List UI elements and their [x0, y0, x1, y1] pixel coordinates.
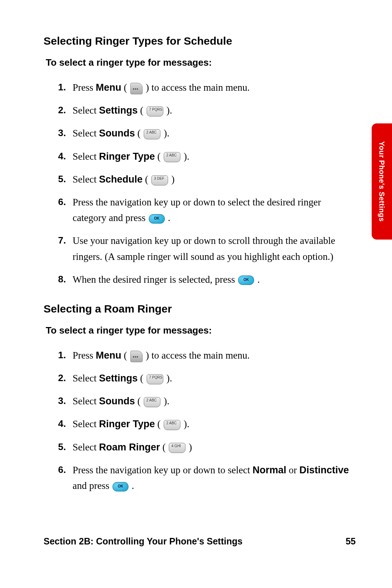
- ok-icon: [238, 275, 254, 285]
- text: .: [129, 480, 134, 491]
- text: Select: [73, 442, 99, 453]
- bold: Settings: [99, 105, 138, 116]
- key-4-icon: [169, 443, 185, 453]
- text: When the desired ringer is selected, pre…: [73, 274, 237, 285]
- text: Press: [73, 350, 96, 361]
- text: ).: [181, 418, 189, 429]
- bold: Menu: [96, 350, 122, 361]
- text: ) to access the main menu.: [143, 82, 250, 93]
- text: ).: [161, 128, 170, 139]
- text: (: [138, 105, 146, 116]
- text: (: [160, 442, 168, 453]
- text: (: [135, 396, 143, 407]
- text: Select: [73, 105, 99, 116]
- text: Press the navigation key up or down to s…: [73, 197, 321, 223]
- step-b1: Press Menu ( ) to access the main menu.: [58, 348, 356, 363]
- bold: Roam Ringer: [99, 442, 160, 453]
- footer: Section 2B: Controlling Your Phone's Set…: [44, 535, 356, 548]
- step-b3: Select Sounds ( ).: [58, 393, 356, 409]
- bold: Ringer Type: [99, 418, 155, 429]
- text: Select: [73, 151, 99, 162]
- text: .: [255, 274, 260, 285]
- text: or: [286, 465, 299, 475]
- text: Select: [73, 396, 99, 407]
- subhead-a: To select a ringer type for messages:: [46, 56, 356, 70]
- text: ) to access the main menu.: [143, 350, 250, 361]
- key-2-icon: [164, 152, 180, 162]
- text: .: [166, 212, 171, 223]
- text: ).: [164, 105, 172, 116]
- steps-b: Press Menu ( ) to access the main menu. …: [44, 348, 356, 494]
- text: ).: [161, 396, 170, 407]
- step-a1: Press Menu ( ) to access the main menu.: [58, 80, 356, 95]
- heading-roam: Selecting a Roam Ringer: [44, 301, 356, 317]
- text: Select: [73, 373, 99, 384]
- text: ): [169, 174, 175, 185]
- subhead-b: To select a ringer type for messages:: [46, 323, 356, 338]
- bold: Normal: [253, 465, 286, 475]
- step-b4: Select Ringer Type ( ).: [58, 416, 356, 432]
- step-b6: Press the navigation key up or down to s…: [58, 462, 356, 494]
- bold: Settings: [99, 373, 138, 384]
- footer-section: Section 2B: Controlling Your Phone's Set…: [44, 535, 242, 548]
- side-tab-label: Your Phone's Settings: [376, 141, 387, 222]
- step-a6: Press the navigation key up or down to s…: [58, 195, 356, 226]
- text: (: [135, 128, 143, 139]
- text: ).: [164, 373, 172, 384]
- text: Select: [73, 418, 99, 429]
- menu-icon: [130, 351, 143, 362]
- text: (: [121, 82, 130, 93]
- step-a4: Select Ringer Type ( ).: [58, 149, 356, 164]
- heading-schedule: Selecting Ringer Types for Schedule: [44, 33, 356, 49]
- side-tab: Your Phone's Settings: [372, 123, 392, 240]
- bold: Schedule: [99, 174, 143, 185]
- text: (: [138, 373, 146, 384]
- step-a8: When the desired ringer is selected, pre…: [58, 272, 356, 287]
- text: ): [186, 442, 192, 453]
- text: Press: [73, 82, 96, 93]
- bold: Sounds: [99, 128, 135, 139]
- text: (: [121, 350, 130, 361]
- page-number: 55: [346, 535, 356, 548]
- step-a7: Use your navigation key up or down to sc…: [58, 233, 356, 264]
- step-a3: Select Sounds ( ).: [58, 126, 356, 141]
- step-a2: Select Settings ( ).: [58, 103, 356, 118]
- key-7-icon: [147, 374, 163, 384]
- page-content: Selecting Ringer Types for Schedule To s…: [0, 0, 392, 494]
- text: Select: [73, 174, 99, 185]
- ok-icon: [113, 482, 128, 491]
- key-3-icon: [151, 175, 168, 185]
- text: ).: [181, 151, 189, 162]
- step-b2: Select Settings ( ).: [58, 371, 356, 386]
- text: (: [143, 174, 151, 185]
- menu-icon: [130, 83, 143, 94]
- step-b5: Select Roam Ringer ( ): [58, 440, 356, 455]
- ok-icon: [149, 214, 165, 224]
- step-a5: Select Schedule ( ): [58, 172, 356, 187]
- steps-a: Press Menu ( ) to access the main menu. …: [44, 80, 356, 287]
- key-2-icon: [144, 397, 160, 407]
- key-2-icon: [164, 420, 180, 430]
- text: (: [155, 418, 163, 429]
- bold: Sounds: [99, 396, 135, 407]
- bold: Menu: [96, 82, 122, 93]
- key-2-icon: [144, 129, 160, 139]
- text: Press the navigation key up or down to s…: [73, 465, 253, 475]
- key-7-icon: [147, 106, 163, 117]
- bold: Distinctive: [299, 465, 349, 475]
- text: and press: [73, 480, 112, 491]
- text: (: [155, 151, 163, 162]
- text: Select: [73, 128, 99, 139]
- bold: Ringer Type: [99, 151, 155, 162]
